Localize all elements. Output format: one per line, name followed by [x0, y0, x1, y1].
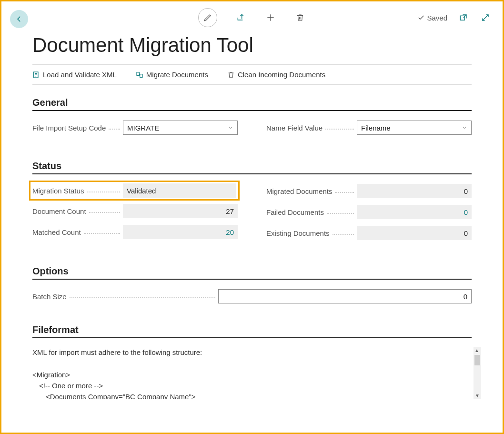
- action-label: Load and Validate XML: [43, 71, 117, 79]
- xml-line: <Migration>: [32, 369, 472, 380]
- back-button[interactable]: [10, 10, 28, 28]
- scroll-thumb[interactable]: [474, 355, 480, 365]
- svg-rect-2: [137, 72, 139, 75]
- arrow-left-icon: [15, 15, 23, 23]
- chevron-down-icon: [462, 125, 467, 131]
- migration-status-label: Migration Status: [32, 187, 84, 195]
- chevron-down-icon: [228, 125, 233, 131]
- document-count-value: 27: [123, 204, 238, 218]
- new-button[interactable]: [265, 12, 276, 23]
- popout-icon: [459, 13, 468, 22]
- section-fileformat: Fileformat: [32, 324, 472, 338]
- migrated-docs-value: 0: [357, 184, 472, 198]
- file-import-select[interactable]: MIGRATE: [123, 121, 238, 135]
- svg-rect-3: [140, 74, 142, 77]
- name-field-label: Name Field Value: [266, 124, 323, 132]
- name-field-select[interactable]: Filename: [357, 121, 472, 135]
- saved-label: Saved: [427, 14, 447, 22]
- fileformat-scrollbar[interactable]: ▲ ▼: [474, 347, 481, 399]
- svg-rect-0: [460, 16, 464, 20]
- action-label: Clean Incoming Documents: [238, 71, 325, 79]
- existing-docs-label: Existing Documents: [266, 229, 330, 237]
- failed-docs-label: Failed Documents: [266, 208, 324, 216]
- page-title: Document Migration Tool: [32, 34, 472, 57]
- scroll-up-icon[interactable]: ▲: [474, 347, 480, 354]
- matched-count-value[interactable]: 20: [123, 225, 238, 239]
- migrated-docs-label: Migrated Documents: [266, 187, 332, 195]
- popout-button[interactable]: [458, 12, 469, 23]
- fileformat-intro: XML for import must adhere to the follow…: [32, 347, 472, 358]
- batch-size-input[interactable]: 0: [218, 289, 472, 303]
- clean-documents-action[interactable]: Clean Incoming Documents: [227, 71, 325, 79]
- edit-button[interactable]: [198, 8, 217, 27]
- fileformat-body: XML for import must adhere to the follow…: [32, 347, 472, 399]
- matched-count-label: Matched Count: [32, 228, 81, 236]
- failed-docs-value[interactable]: 0: [357, 205, 472, 219]
- xml-line: <!-- One or more -->: [32, 380, 472, 391]
- migration-status-value: Validated: [123, 183, 236, 198]
- load-validate-xml-action[interactable]: Load and Validate XML: [32, 71, 117, 79]
- section-general: General: [32, 97, 472, 111]
- batch-size-label: Batch Size: [32, 293, 67, 301]
- existing-docs-value: 0: [357, 226, 472, 240]
- action-bar: Load and Validate XML Migrate Documents …: [32, 65, 472, 84]
- expand-icon: [481, 13, 490, 22]
- check-icon: [417, 14, 425, 21]
- migration-status-highlight: Migration Status Validated: [29, 181, 240, 201]
- name-field-value: Filename: [361, 124, 391, 132]
- file-import-label: File Import Setup Code: [32, 124, 106, 132]
- migrate-documents-action[interactable]: Migrate Documents: [136, 71, 208, 79]
- xml-line: <Documents Company="BC Company Name">: [32, 391, 472, 399]
- scroll-down-icon[interactable]: ▼: [475, 392, 480, 399]
- expand-button[interactable]: [480, 12, 491, 23]
- plus-icon: [266, 13, 275, 22]
- action-label: Migrate Documents: [146, 71, 208, 79]
- migrate-icon: [136, 71, 143, 79]
- file-import-value: MIGRATE: [127, 124, 159, 132]
- xml-icon: [32, 71, 40, 79]
- divider: [32, 84, 472, 85]
- document-count-label: Document Count: [32, 207, 86, 215]
- share-button[interactable]: [235, 12, 247, 23]
- share-icon: [236, 13, 246, 22]
- section-status: Status: [32, 161, 472, 174]
- pencil-icon: [203, 13, 212, 22]
- trash-icon: [296, 13, 304, 22]
- clean-icon: [227, 71, 235, 79]
- delete-button[interactable]: [294, 12, 306, 23]
- section-options: Options: [32, 266, 472, 280]
- saved-indicator: Saved: [417, 14, 447, 22]
